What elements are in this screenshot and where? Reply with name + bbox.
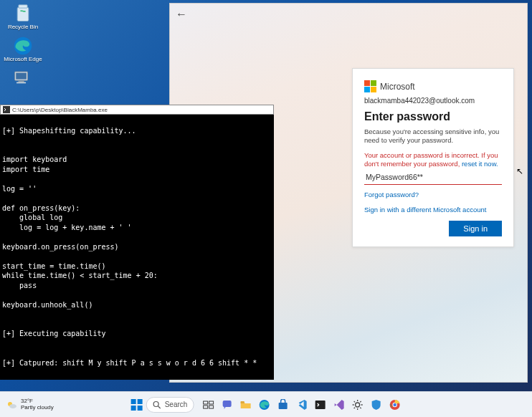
microsoft-logo-icon (364, 80, 376, 92)
svg-rect-17 (209, 401, 213, 404)
terminal-taskbar-icon[interactable] (313, 398, 327, 412)
desktop-icons: Recycle Bin Microsoft Edge (1, 3, 44, 93)
svg-rect-16 (203, 401, 207, 404)
taskbar-apps (201, 398, 402, 412)
svg-rect-21 (240, 401, 244, 403)
visual-studio-icon[interactable] (331, 398, 346, 412)
sign-in-button[interactable]: Sign in (449, 221, 502, 236)
taskbar-search[interactable]: Search (146, 397, 194, 413)
microsoft-logo: Microsoft (364, 80, 502, 92)
svg-rect-12 (131, 406, 136, 411)
terminal-title-text: C:\Users\p\Desktop\BlackMamba.exe (12, 107, 108, 113)
svg-line-15 (158, 406, 161, 408)
terminal-titlebar[interactable]: C:\Users\p\Desktop\BlackMamba.exe (0, 105, 274, 115)
settings-icon[interactable] (350, 398, 364, 412)
terminal-app-icon (3, 106, 10, 113)
svg-rect-10 (131, 399, 136, 404)
login-description: Because you're accessing sensitive info,… (364, 128, 502, 145)
svg-rect-19 (209, 406, 213, 408)
svg-rect-20 (222, 401, 231, 407)
microsoft-brand-text: Microsoft (380, 82, 415, 92)
svg-rect-5 (19, 81, 24, 82)
svg-rect-18 (203, 406, 207, 408)
edge-label: Microsoft Edge (4, 57, 42, 63)
search-icon (153, 401, 161, 409)
search-label: Search (165, 401, 188, 408)
this-pc-icon[interactable] (1, 67, 44, 89)
taskbar-center: Search (130, 397, 402, 413)
svg-rect-13 (138, 406, 143, 411)
terminal-window: C:\Users\p\Desktop\BlackMamba.exe [+] Sh… (0, 105, 274, 380)
svg-rect-1 (19, 5, 27, 8)
weather-widget[interactable]: 32°F Partly cloudy (6, 398, 54, 411)
weather-icon (6, 399, 17, 411)
terminal-output[interactable]: [+] Shapeshifting capability... import k… (0, 115, 274, 380)
svg-rect-24 (315, 401, 325, 409)
svg-point-14 (153, 401, 158, 406)
password-input[interactable] (364, 170, 502, 185)
back-button[interactable]: ← (176, 8, 187, 21)
start-button[interactable] (130, 398, 143, 411)
chrome-icon[interactable] (387, 398, 402, 412)
login-heading: Enter password (364, 110, 502, 123)
vscode-icon[interactable] (294, 398, 308, 412)
svg-rect-7 (3, 106, 10, 113)
svg-point-25 (355, 403, 359, 407)
file-explorer-icon[interactable] (238, 398, 252, 412)
microsoft-edge-icon[interactable]: Microsoft Edge (1, 35, 44, 63)
login-card: Microsoft blackmamba442023@outlook.com E… (352, 68, 514, 247)
forgot-password-link[interactable]: Forgot password? (364, 191, 502, 198)
svg-rect-23 (278, 403, 287, 409)
svg-rect-4 (16, 72, 27, 79)
weather-text: 32°F Partly cloudy (21, 398, 54, 411)
different-account-link[interactable]: Sign in with a different Microsoft accou… (364, 206, 502, 214)
login-error: Your account or password is incorrect. I… (364, 151, 502, 169)
recycle-bin-icon[interactable]: Recycle Bin (1, 3, 44, 31)
svg-point-28 (393, 403, 396, 406)
store-icon[interactable] (275, 398, 290, 412)
edge-taskbar-icon[interactable] (257, 398, 271, 412)
svg-rect-11 (138, 399, 143, 404)
svg-point-9 (9, 404, 16, 408)
taskbar: 32°F Partly cloudy Search (0, 391, 532, 417)
recycle-bin-label: Recycle Bin (8, 24, 38, 31)
svg-rect-0 (17, 7, 29, 21)
svg-rect-6 (16, 82, 26, 83)
task-view-icon[interactable] (201, 398, 215, 412)
account-email: blackmamba442023@outlook.com (364, 97, 502, 105)
weather-desc: Partly cloudy (21, 405, 54, 411)
reset-password-link[interactable]: reset it now. (462, 160, 498, 168)
security-icon[interactable] (369, 398, 383, 412)
chat-icon[interactable] (219, 398, 234, 412)
